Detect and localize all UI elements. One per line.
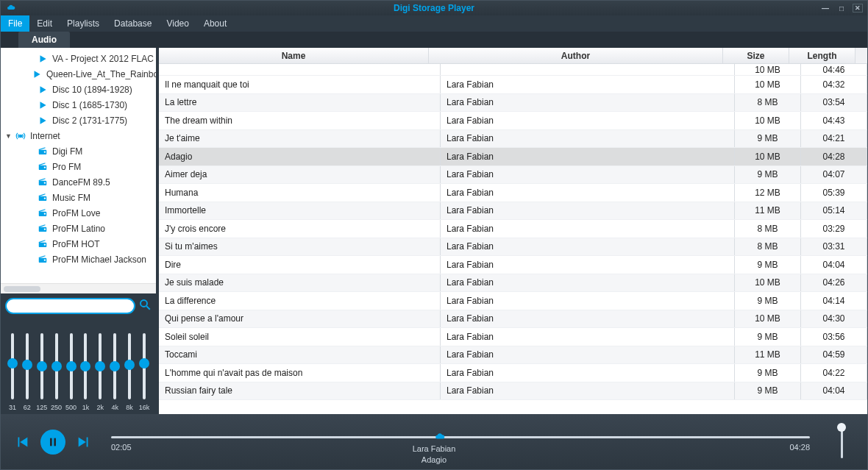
menu-item-playlists[interactable]: Playlists	[60, 15, 107, 32]
table-row[interactable]: HumanaLara Fabian12 MB05:39	[159, 184, 867, 202]
table-row[interactable]: Qui pense a l'amourLara Fabian10 MB04:30	[159, 310, 867, 329]
cell-size: 9 MB	[735, 292, 801, 310]
table-body[interactable]: 10 MB04:46Il ne manquait que toiLara Fab…	[159, 64, 867, 414]
table-row[interactable]: Russian fairy taleLara Fabian9 MB04:04	[159, 382, 867, 401]
window-close-button[interactable]: ✕	[853, 4, 863, 13]
eq-band[interactable]: 31	[6, 333, 19, 411]
column-header-length[interactable]: Length	[789, 48, 855, 63]
scrollbar-thumb[interactable]	[4, 286, 40, 292]
pause-button[interactable]	[40, 430, 65, 455]
column-header-name[interactable]: Name	[159, 48, 429, 63]
window-maximize-button[interactable]: □	[836, 4, 847, 13]
track-list: Name Author Size Length 10 MB04:46Il ne …	[159, 48, 867, 414]
eq-knob[interactable]	[110, 361, 120, 371]
eq-knob[interactable]	[37, 361, 47, 371]
cell-author: Lara Fabian	[441, 148, 735, 165]
table-row[interactable]: Il ne manquait que toiLara Fabian10 MB04…	[159, 76, 867, 94]
eq-knob[interactable]	[22, 360, 32, 370]
radio-icon	[38, 146, 48, 157]
cell-name: Adagio	[159, 148, 441, 165]
menu-item-file[interactable]: File	[1, 15, 29, 32]
tree-item[interactable]: Digi FM	[1, 143, 156, 159]
table-row[interactable]: Si tu m'aimesLara Fabian8 MB03:31	[159, 238, 867, 257]
column-header-size[interactable]: Size	[723, 48, 789, 63]
progress-cloud-icon[interactable]	[433, 431, 447, 444]
cell-author: Lara Fabian	[441, 112, 735, 129]
search-input[interactable]	[5, 298, 135, 314]
svg-line-23	[39, 255, 46, 257]
table-row[interactable]: Aimer dejaLara Fabian9 MB04:07	[159, 166, 867, 185]
tree-item[interactable]: Disc 1 (1685-1730)	[1, 97, 156, 113]
table-row[interactable]: AdagioLara Fabian10 MB04:28	[159, 148, 867, 166]
eq-band[interactable]: 16k	[138, 333, 151, 411]
expand-toggle-icon[interactable]: ▼	[5, 132, 11, 140]
next-track-button[interactable]	[76, 434, 92, 450]
menu-item-video[interactable]: Video	[159, 15, 196, 32]
table-row[interactable]: Je t'aimeLara Fabian9 MB04:21	[159, 130, 867, 149]
eq-band[interactable]: 125	[35, 333, 49, 411]
eq-band[interactable]: 8k	[123, 333, 136, 411]
table-row[interactable]: La differenceLara Fabian9 MB04:14	[159, 292, 867, 310]
table-row[interactable]: ImmortelleLara Fabian11 MB05:14	[159, 202, 867, 221]
cell-author: Lara Fabian	[441, 364, 735, 382]
library-tree[interactable]: VA - Project X 2012 FLACQueen-Live_At_Th…	[1, 48, 156, 283]
eq-knob[interactable]	[80, 361, 90, 371]
menu-item-database[interactable]: Database	[107, 15, 159, 32]
column-header-author[interactable]: Author	[429, 48, 723, 63]
table-row[interactable]: Je suis maladeLara Fabian10 MB04:26	[159, 274, 867, 293]
tree-item[interactable]: ProFM Michael Jackson	[1, 252, 156, 267]
cell-name: Toccami	[159, 346, 441, 364]
tree-horizontal-scrollbar[interactable]	[1, 283, 156, 293]
now-playing-title: Adagio	[413, 455, 456, 465]
tree-item[interactable]: Disc 10 (1894-1928)	[1, 82, 156, 97]
table-row[interactable]: L'homme qui n'avait pas de maisonLara Fa…	[159, 364, 867, 382]
eq-knob[interactable]	[7, 358, 18, 368]
tree-item[interactable]: DanceFM 89.5	[1, 174, 156, 190]
table-row[interactable]: J'y crois encoreLara Fabian8 MB03:29	[159, 220, 867, 238]
tree-item[interactable]: Disc 2 (1731-1775)	[1, 113, 156, 128]
menu-item-edit[interactable]: Edit	[29, 15, 60, 32]
tree-item[interactable]: Queen-Live_At_The_Rainbow_74-	[1, 66, 156, 82]
table-row[interactable]: ToccamiLara Fabian11 MB04:59	[159, 346, 867, 365]
eq-band[interactable]: 500	[65, 333, 78, 411]
cell-name: J'y crois encore	[159, 220, 441, 238]
eq-knob[interactable]	[95, 361, 105, 371]
search-icon[interactable]	[138, 298, 152, 314]
eq-band[interactable]: 2k	[93, 333, 107, 411]
table-row[interactable]: The dream withinLara Fabian10 MB04:43	[159, 112, 867, 130]
svg-point-24	[44, 259, 46, 260]
volume-slider[interactable]	[829, 426, 854, 458]
cell-length: 04:04	[801, 382, 867, 400]
cell-name: Je t'aime	[159, 130, 441, 148]
eq-band[interactable]: 4k	[108, 333, 121, 411]
menu-item-about[interactable]: About	[196, 15, 234, 32]
table-row[interactable]: Soleil soleilLara Fabian9 MB03:56	[159, 328, 867, 346]
tree-item[interactable]: ProFM Love	[1, 205, 156, 221]
table-row[interactable]: 10 MB04:46	[159, 64, 867, 76]
eq-band[interactable]: 250	[50, 333, 63, 411]
window-minimize-button[interactable]: —	[820, 4, 830, 13]
tree-item[interactable]: VA - Project X 2012 FLAC	[1, 51, 156, 66]
eq-knob[interactable]	[139, 358, 149, 368]
svg-rect-28	[54, 438, 56, 446]
tree-item[interactable]: Music FM	[1, 190, 156, 205]
cell-author: Lara Fabian	[441, 76, 735, 93]
svg-line-17	[39, 224, 46, 227]
table-row[interactable]: La lettreLara Fabian8 MB03:54	[159, 94, 867, 113]
volume-knob[interactable]	[837, 423, 846, 432]
tree-item[interactable]: ProFM HOT	[1, 236, 156, 252]
table-row[interactable]: DireLara Fabian9 MB04:04	[159, 256, 867, 274]
eq-knob[interactable]	[66, 361, 77, 371]
previous-track-button[interactable]	[14, 434, 30, 450]
eq-band[interactable]: 1k	[79, 333, 92, 411]
tab-audio[interactable]: Audio	[18, 32, 70, 48]
tree-item[interactable]: ProFM Latino	[1, 221, 156, 236]
eq-band[interactable]: 62	[21, 333, 34, 411]
now-playing: Lara Fabian Adagio	[413, 444, 456, 465]
tree-item[interactable]: Pro FM	[1, 159, 156, 174]
tree-item[interactable]: ▼Internet	[1, 128, 156, 143]
tab-strip: Audio	[1, 32, 867, 48]
progress-slider[interactable]: 02:05 04:28	[111, 432, 810, 452]
eq-knob[interactable]	[51, 361, 62, 371]
eq-knob[interactable]	[124, 360, 135, 370]
